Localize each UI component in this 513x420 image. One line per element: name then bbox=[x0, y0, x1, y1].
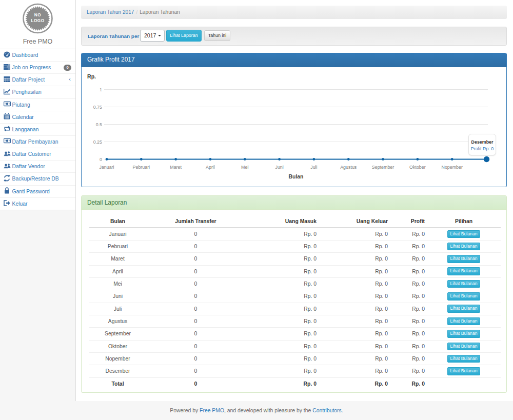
svg-text:Oktober: Oktober bbox=[409, 165, 426, 170]
svg-text:Agustus: Agustus bbox=[340, 165, 357, 170]
svg-text:1: 1 bbox=[100, 87, 102, 92]
svg-text:0.75: 0.75 bbox=[93, 105, 102, 110]
svg-text:NO: NO bbox=[34, 13, 41, 17]
svg-text:April: April bbox=[206, 165, 215, 170]
svg-text:Januari: Januari bbox=[99, 165, 114, 170]
svg-text:LOGO: LOGO bbox=[31, 18, 44, 23]
svg-text:0.25: 0.25 bbox=[93, 139, 102, 145]
svg-text:Juli: Juli bbox=[310, 165, 317, 170]
svg-text:Pebruari: Pebruari bbox=[133, 165, 150, 170]
svg-text:Mei: Mei bbox=[241, 165, 248, 170]
svg-text:Maret: Maret bbox=[170, 165, 182, 170]
svg-text:Juni: Juni bbox=[275, 165, 283, 170]
svg-text:Nopember: Nopember bbox=[441, 165, 462, 170]
svg-text:0: 0 bbox=[100, 157, 102, 162]
svg-text:0.5: 0.5 bbox=[96, 122, 102, 127]
svg-text:September: September bbox=[372, 165, 394, 170]
svg-text:Bulan: Bulan bbox=[289, 174, 304, 179]
